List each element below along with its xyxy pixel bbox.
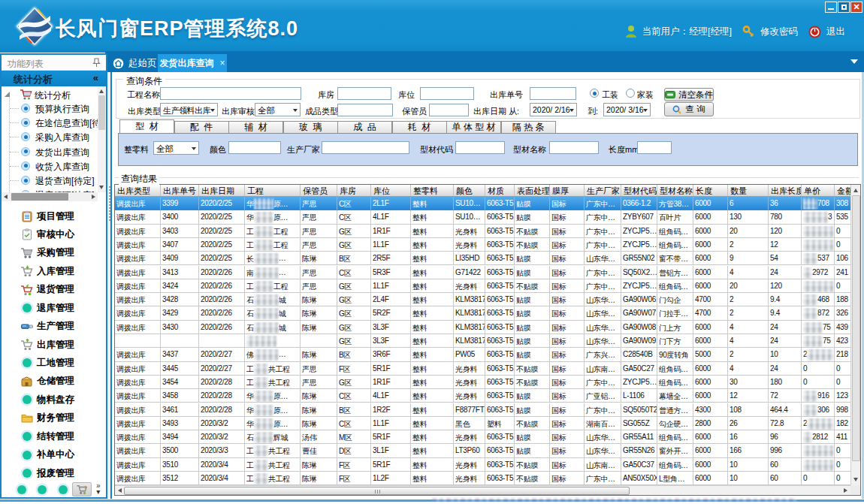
table-row[interactable]: 调拨出库34542020/2/28工共工程严思G区1R1F整料光身料6063-T…	[115, 376, 850, 389]
grid-column-header[interactable]: 整零料	[411, 185, 454, 196]
scroll-up-icon[interactable]	[99, 89, 104, 93]
scroll-left-icon[interactable]	[118, 488, 122, 493]
order-no-input[interactable]	[530, 87, 576, 100]
grid-vertical-scrollbar[interactable]	[850, 185, 860, 485]
tree-hscroll-thumb[interactable]	[11, 193, 68, 201]
sidebar-item-3[interactable]: 采购管理	[2, 244, 106, 262]
scroll-down-icon[interactable]	[99, 186, 104, 189]
close-button[interactable]: ✕	[850, 2, 862, 13]
scroll-left-icon[interactable]	[4, 195, 8, 199]
grid-column-header[interactable]: 单价	[802, 185, 835, 196]
grid-column-header[interactable]: 出库类型	[115, 185, 161, 196]
date-to-select[interactable]: 2020/ 3/16	[603, 103, 651, 116]
radio-home-install[interactable]	[626, 89, 635, 98]
table-row[interactable]: 调拨出库34932020/3/2华原…陈琳C区1L1F整料黑色塑料不贴膜国标湖南…	[115, 417, 850, 430]
table-row[interactable]: 调拨出库34942020/3/2石辉城汤伟M区5R1F整料光身料6063-T5贴…	[115, 430, 850, 444]
grid-column-header[interactable]: 保管员	[301, 185, 337, 196]
teal-circle-icon[interactable]	[17, 485, 26, 494]
table-row[interactable]: 调拨出库35002020/3/3工共工程曹佳D区3L1F整料LT3P606063…	[115, 444, 850, 457]
sidebar-item-1[interactable]: 项目管理	[2, 207, 106, 225]
grid-column-header[interactable]: 出库日期	[199, 185, 245, 196]
product-type-input[interactable]	[337, 104, 393, 116]
sidebar-section-header[interactable]: 统计分析 «	[2, 71, 106, 86]
logout-link[interactable]: 退出	[826, 26, 845, 38]
sidebar-item-11[interactable]: 物料盘存	[2, 391, 106, 409]
sidebar-item-9[interactable]: 工地管理	[2, 354, 106, 372]
pin-icon[interactable]	[92, 58, 101, 68]
sidebar-item-12[interactable]: 财务管理	[2, 409, 106, 427]
date-from-select[interactable]: 2020/ 2/16	[530, 103, 577, 116]
tab-list-dropdown-icon[interactable]	[850, 59, 858, 64]
tree-item[interactable]: 收货入库查询	[2, 159, 106, 174]
warehouse-input[interactable]	[337, 87, 391, 100]
grid-vscroll-thumb[interactable]	[852, 195, 860, 461]
sidebar-item-5[interactable]: 退货管理	[2, 281, 106, 299]
table-row[interactable]: 调拨出库34092020/2/25长…陈琳B区2R5F整料LI35HD6063-…	[115, 252, 850, 265]
table-row[interactable]: 调拨出库35102020/3/4工共工程陈琳F区5R1F整料光身料6063-T5…	[115, 458, 850, 472]
sidebar-item-6[interactable]: 退库管理	[2, 299, 106, 317]
sidebar-item-2[interactable]: 审核中心	[2, 225, 106, 243]
table-row[interactable]: 调拨出库34582020/2/28华原…陈琳C区4L1F整料光身料6063-T5…	[115, 389, 850, 403]
profile-code-input[interactable]	[455, 141, 505, 154]
category-tab-7[interactable]: 单 体 型 材	[446, 121, 501, 133]
out-type-select[interactable]: 生产领料出库	[160, 103, 218, 116]
manufacturer-input[interactable]	[322, 141, 409, 154]
tab-close-icon[interactable]: ×	[219, 59, 225, 68]
table-row[interactable]: 调拨出库35122020/3/4工共工程陈琳F区1L2F整料光身料6063-T5…	[115, 472, 850, 485]
scroll-up-icon[interactable]	[853, 189, 858, 192]
category-tab-2[interactable]: 配 件	[174, 121, 229, 133]
sidebar-item-13[interactable]: 结转管理	[2, 427, 106, 445]
scroll-down-icon[interactable]	[853, 478, 858, 481]
grid-horizontal-scrollbar[interactable]	[115, 485, 850, 495]
grid-column-header[interactable]: 表面处理	[515, 185, 550, 196]
grid-column-header[interactable]: 出库单号	[161, 185, 199, 196]
tab-home[interactable]: 起始页	[113, 54, 157, 72]
sidebar-item-14[interactable]: 补单中心	[2, 446, 106, 464]
radio-work-install[interactable]	[590, 89, 599, 98]
category-tab-4[interactable]: 玻 璃	[283, 121, 338, 133]
sidebar-item-4[interactable]: 入库管理	[2, 262, 106, 280]
grid-column-header[interactable]: 库位	[371, 185, 411, 196]
category-tab-3[interactable]: 辅 材	[228, 121, 283, 133]
tree-item[interactable]: 采购入库查询	[2, 130, 106, 144]
table-row[interactable]: 调拨出库34452020/2/27工共工程严思F区5R1F整料光身料6063-T…	[115, 362, 850, 376]
table-row[interactable]: 调拨出库33992020/2/25华原…严思C区2L1F整料SU10…6063-…	[115, 197, 850, 210]
grid-column-header[interactable]: 颜色	[454, 185, 485, 196]
table-row[interactable]: 调拨出库34242020/2/26工工程严思G区1L1F整料光身料6063-T5…	[115, 279, 850, 293]
category-tab-5[interactable]: 成 品	[337, 121, 392, 133]
table-row[interactable]: 调拨出库34132020/2/26南…严思C区5R3F整料G714226063-…	[115, 266, 850, 279]
color-input[interactable]	[228, 141, 281, 154]
teal-circle-icon[interactable]	[59, 485, 68, 494]
location-input[interactable]	[420, 87, 474, 100]
clear-conditions-button[interactable]: 清空条件	[664, 88, 714, 101]
search-button[interactable]: 查 询	[664, 102, 714, 116]
grid-column-header[interactable]: 工程	[245, 185, 301, 196]
sidebar-item-15[interactable]: 报废管理	[2, 464, 106, 482]
overflow-cart-button[interactable]	[72, 482, 92, 496]
project-name-input[interactable]	[160, 87, 301, 100]
table-row[interactable]: 调拨出库34612020/2/28华原…陈琳B区1R2F整料F8877FT606…	[115, 403, 850, 417]
table-row[interactable]: 调拨出库34302020/2/26石城陈琳G区3L3F整料KLM38176063…	[115, 321, 850, 334]
tree-item[interactable]: 预算执行查询	[2, 101, 106, 116]
sidebar-item-8[interactable]: 出库管理	[2, 336, 106, 354]
table-row[interactable]: 调拨出库34072020/2/25工工程严思G区1L1F整料光身料6063-T5…	[115, 238, 850, 252]
radio-home-label[interactable]: 家装	[637, 89, 654, 101]
category-tab-1[interactable]: 型 材	[119, 119, 174, 133]
sidebar-item-10[interactable]: 仓储管理	[2, 373, 106, 391]
tab-active[interactable]: 发货出库查询 ×	[158, 54, 227, 72]
table-row[interactable]: 调拨出库34002020/2/25华原…严思C区4L1F整料SU10…6063-…	[115, 210, 850, 224]
tree-vscroll-thumb[interactable]	[98, 95, 105, 130]
table-row[interactable]: 调拨出库34292020/2/26石城陈琳G区5R2F整料KLM38176063…	[115, 306, 850, 320]
grid-column-header[interactable]: 金额	[835, 185, 850, 196]
grid-column-header[interactable]: 出库长度	[769, 185, 802, 196]
teal-circle-icon[interactable]	[38, 485, 47, 494]
scroll-right-icon[interactable]	[844, 488, 847, 493]
grid-column-header[interactable]: 库房	[337, 185, 371, 196]
minimize-button[interactable]	[825, 2, 837, 13]
radio-work-label[interactable]: 工装	[602, 89, 618, 101]
grid-column-header[interactable]: 材质	[485, 185, 515, 196]
category-tab-8[interactable]: 隔 热 条	[501, 121, 556, 133]
chevron-more-icon[interactable]: »▾	[96, 483, 101, 495]
change-password-link[interactable]: 修改密码	[760, 26, 798, 38]
whole-part-select[interactable]: 全部	[153, 141, 199, 155]
